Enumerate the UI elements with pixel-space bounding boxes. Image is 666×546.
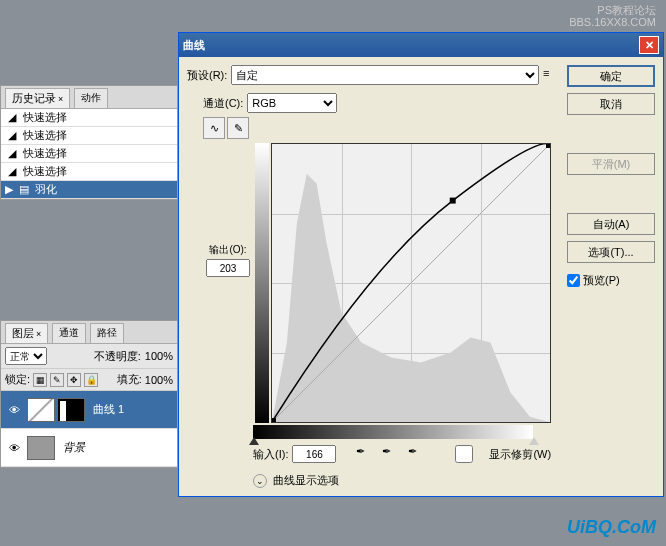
black-eyedropper-icon[interactable]: ✒	[356, 445, 374, 463]
fill-label: 填充:	[117, 372, 142, 387]
gray-eyedropper-icon[interactable]: ✒	[382, 445, 400, 463]
quick-select-icon: ◢	[5, 129, 19, 143]
options-button[interactable]: 选项(T)...	[567, 241, 655, 263]
expand-icon: ⌄	[253, 474, 267, 488]
mask-thumb	[57, 398, 85, 422]
watermark-bottom: UiBQ.CoM	[567, 517, 656, 538]
history-item[interactable]: ◢快速选择	[1, 109, 177, 127]
white-point-slider[interactable]	[529, 437, 539, 445]
preset-label: 预设(R):	[187, 68, 227, 83]
watermark-line2: BBS.16XX8.COM	[569, 16, 656, 28]
layer-item-curves[interactable]: 👁 曲线 1	[1, 391, 177, 429]
brush-icon: ▶	[5, 183, 13, 196]
lock-position-icon[interactable]: ✥	[67, 373, 81, 387]
close-button[interactable]: ✕	[639, 36, 659, 54]
layers-panel: 图层× 通道 路径 正常 不透明度: 100% 锁定: ▦ ✎ ✥ 🔒 填充: …	[0, 320, 178, 468]
quick-select-icon: ◢	[5, 165, 19, 179]
white-eyedropper-icon[interactable]: ✒	[408, 445, 426, 463]
tab-history[interactable]: 历史记录×	[5, 88, 70, 108]
opacity-label: 不透明度:	[94, 349, 141, 364]
history-item-feather[interactable]: ▶▤羽化	[1, 181, 177, 199]
output-field[interactable]	[206, 259, 250, 277]
curve-tool-icon[interactable]: ∿	[203, 117, 225, 139]
visibility-icon[interactable]: 👁	[5, 439, 23, 457]
pencil-tool-icon[interactable]: ✎	[227, 117, 249, 139]
quick-select-icon: ◢	[5, 111, 19, 125]
bg-thumb	[27, 436, 55, 460]
quick-select-icon: ◢	[5, 147, 19, 161]
ok-button[interactable]: 确定	[567, 65, 655, 87]
history-item[interactable]: ◢快速选择	[1, 127, 177, 145]
input-label: 输入(I):	[253, 447, 288, 462]
display-options-toggle[interactable]: ⌄ 曲线显示选项	[253, 473, 559, 488]
input-field[interactable]	[292, 445, 336, 463]
dialog-titlebar[interactable]: 曲线 ✕	[179, 33, 663, 57]
layer-item-background[interactable]: 👁 背景	[1, 429, 177, 467]
output-label: 输出(O):	[209, 243, 246, 257]
preset-select[interactable]: 自定	[231, 65, 539, 85]
show-clipping-checkbox[interactable]: 显示修剪(W)	[442, 445, 551, 463]
opacity-value[interactable]: 100%	[145, 350, 173, 362]
fill-value[interactable]: 100%	[145, 374, 173, 386]
channel-label: 通道(C):	[203, 96, 243, 111]
svg-rect-1	[450, 198, 456, 204]
history-item[interactable]: ◢快速选择	[1, 163, 177, 181]
smooth-button: 平滑(M)	[567, 153, 655, 175]
black-point-slider[interactable]	[249, 437, 259, 445]
lock-pixels-icon[interactable]: ✎	[50, 373, 64, 387]
cancel-button[interactable]: 取消	[567, 93, 655, 115]
lock-transparent-icon[interactable]: ▦	[33, 373, 47, 387]
curves-dialog: 曲线 ✕ 预设(R): 自定 ≡ 通道(C): RGB ∿ ✎ 输出(O):	[178, 32, 664, 497]
dialog-title: 曲线	[183, 38, 205, 53]
tab-layers[interactable]: 图层×	[5, 323, 48, 343]
curve-line	[272, 144, 550, 422]
close-icon[interactable]: ×	[58, 94, 63, 104]
lock-all-icon[interactable]: 🔒	[84, 373, 98, 387]
channel-select[interactable]: RGB	[247, 93, 337, 113]
blend-mode-select[interactable]: 正常	[5, 347, 47, 365]
horizontal-gradient	[253, 425, 533, 439]
close-icon[interactable]: ×	[36, 329, 41, 339]
auto-button[interactable]: 自动(A)	[567, 213, 655, 235]
watermark-line1: PS教程论坛	[569, 4, 656, 16]
tab-channels[interactable]: 通道	[52, 323, 86, 343]
feather-icon: ▤	[17, 183, 31, 197]
lock-label: 锁定:	[5, 372, 30, 387]
curve-grid[interactable]	[271, 143, 551, 423]
visibility-icon[interactable]: 👁	[5, 401, 23, 419]
svg-rect-2	[272, 418, 276, 422]
tab-actions[interactable]: 动作	[74, 88, 108, 108]
curves-thumb	[27, 398, 55, 422]
history-item[interactable]: ◢快速选择	[1, 145, 177, 163]
tab-paths[interactable]: 路径	[90, 323, 124, 343]
preset-menu-icon[interactable]: ≡	[543, 67, 559, 83]
vertical-gradient	[255, 143, 269, 423]
svg-rect-3	[546, 144, 550, 148]
svg-line-0	[272, 144, 550, 422]
history-panel: 历史记录× 动作 ◢快速选择 ◢快速选择 ◢快速选择 ◢快速选择 ▶▤羽化	[0, 85, 178, 200]
preview-checkbox[interactable]: 预览(P)	[567, 273, 655, 288]
